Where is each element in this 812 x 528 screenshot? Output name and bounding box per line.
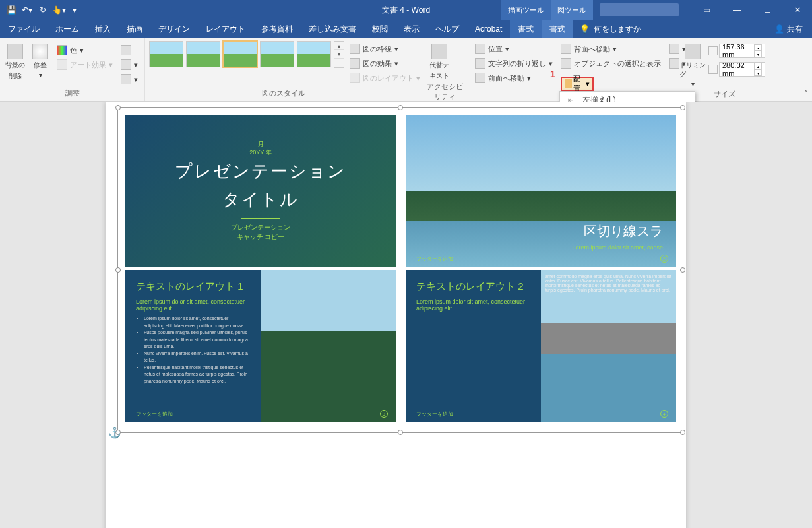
backward-label: 背面へ移動 bbox=[574, 44, 610, 54]
align-icon bbox=[565, 79, 572, 88]
forward-label: 前面へ移動 bbox=[488, 73, 524, 83]
style-thumb[interactable] bbox=[297, 41, 331, 67]
tab-home[interactable]: ホーム bbox=[47, 20, 87, 38]
slide3-b1: Lorem ipsum dolor sit amet, consectetuer… bbox=[144, 315, 250, 329]
tab-insert[interactable]: 挿入 bbox=[87, 20, 119, 38]
align-button[interactable]: 配置 ▾ bbox=[561, 77, 594, 91]
spin-up[interactable]: ▴ bbox=[754, 63, 762, 69]
slide-3: テキストのレイアウト 1 Lorem ipsum dolor sit amet,… bbox=[125, 270, 396, 422]
user-account[interactable] bbox=[600, 3, 679, 16]
drawing-tools-tab[interactable]: 描画ツール bbox=[501, 0, 551, 20]
collapse-ribbon-icon[interactable]: ˄ bbox=[804, 90, 808, 98]
slide-4: テキストのレイアウト 2 Lorem ipsum dolor sit amet,… bbox=[406, 270, 676, 422]
crop-button[interactable]: トリミング ▾ bbox=[679, 41, 706, 88]
handle-n[interactable] bbox=[398, 105, 403, 110]
gallery-more[interactable]: ▴▾⋯ bbox=[334, 41, 344, 68]
tab-help[interactable]: ヘルプ bbox=[427, 20, 467, 38]
maximize-icon[interactable]: ☐ bbox=[753, 0, 782, 20]
art-effect-icon bbox=[57, 59, 67, 70]
remove-background-button[interactable]: 背景の 削除 bbox=[4, 41, 26, 81]
corrections-label: 修整 bbox=[34, 61, 47, 70]
undo-icon[interactable]: ↶▾ bbox=[20, 3, 34, 17]
height-input[interactable]: 157.36 mm▴▾ bbox=[719, 44, 765, 58]
close-icon[interactable]: ✕ bbox=[783, 0, 812, 20]
handle-se[interactable] bbox=[680, 430, 685, 435]
slide3-footer: フッターを追加 bbox=[136, 411, 173, 418]
picture-effects-button[interactable]: 図の効果 ▾ bbox=[347, 57, 423, 70]
selection-pane-button[interactable]: オブジェクトの選択と表示 bbox=[558, 57, 664, 70]
anchor-icon: ⚓ bbox=[108, 426, 117, 436]
spin-down[interactable]: ▾ bbox=[754, 51, 762, 57]
change-picture-button[interactable]: ▾ bbox=[118, 58, 141, 71]
tab-review[interactable]: 校閲 bbox=[364, 20, 396, 38]
alt-text-button[interactable]: 代替テ キスト bbox=[426, 41, 453, 81]
selection-icon bbox=[561, 58, 571, 69]
spin-up[interactable]: ▴ bbox=[754, 44, 762, 51]
style-thumb-selected[interactable] bbox=[223, 41, 257, 67]
reset-picture-icon bbox=[121, 74, 131, 84]
tab-file[interactable]: ファイル bbox=[0, 20, 47, 38]
compress-icon bbox=[121, 45, 131, 55]
slide1-month: 月 bbox=[258, 140, 264, 148]
tab-design[interactable]: デザイン bbox=[150, 20, 198, 38]
position-icon bbox=[475, 44, 485, 54]
remove-bg-label2: 削除 bbox=[9, 71, 22, 81]
slide4-footer: フッターを追加 bbox=[416, 411, 453, 418]
save-icon[interactable]: 💾 bbox=[4, 3, 18, 17]
art-effect-label: アート効果 bbox=[70, 60, 106, 70]
ribbon-options-icon[interactable]: ▭ bbox=[692, 0, 721, 20]
handle-w[interactable] bbox=[115, 267, 121, 273]
reset-picture-button[interactable]: ▾ bbox=[118, 73, 141, 86]
tab-view[interactable]: 表示 bbox=[396, 20, 427, 38]
effects-icon bbox=[350, 58, 360, 69]
position-button[interactable]: 位置 ▾ bbox=[472, 42, 555, 55]
tab-references[interactable]: 参考資料 bbox=[253, 20, 301, 38]
slide-1: 月 20YY 年 プレゼンテーション タイトル プレゼンテーション キャッチ コ… bbox=[125, 115, 396, 267]
document-area[interactable]: ⚓ 月 20YY 年 プレゼンテーション タイトル プレゼンテーション キャッチ… bbox=[0, 102, 812, 528]
tab-mailings[interactable]: 差し込み文書 bbox=[301, 20, 364, 38]
wrap-label: 文字列の折り返し bbox=[488, 59, 546, 69]
tab-format-picture[interactable]: 書式 bbox=[542, 20, 573, 38]
spin-down[interactable]: ▾ bbox=[754, 69, 762, 76]
slide3-b3: Nunc viverra imperdiet enim. Fusce est. … bbox=[144, 350, 250, 364]
handle-e[interactable] bbox=[680, 267, 685, 273]
style-thumb[interactable] bbox=[186, 41, 220, 67]
tab-layout[interactable]: レイアウト bbox=[198, 20, 253, 38]
send-backward-button[interactable]: 背面へ移動 ▾ bbox=[558, 42, 664, 55]
corrections-button[interactable]: 修整 ▾ bbox=[29, 41, 51, 79]
slide4-body: amet commodo magna eros quis urna. Nunc … bbox=[545, 274, 672, 292]
qat-more-icon[interactable]: ▾ bbox=[67, 3, 82, 17]
tab-draw[interactable]: 描画 bbox=[119, 20, 150, 38]
handle-nw[interactable] bbox=[115, 105, 121, 110]
style-thumb[interactable] bbox=[260, 41, 294, 67]
picture-border-button[interactable]: 図の枠線 ▾ bbox=[347, 42, 423, 55]
handle-s[interactable] bbox=[398, 430, 403, 435]
tell-me-label: 何をしますか bbox=[594, 24, 641, 35]
wrap-text-button[interactable]: 文字列の折り返し ▾ bbox=[472, 57, 555, 70]
art-effect-button[interactable]: アート効果 ▾ bbox=[54, 58, 115, 71]
picture-styles-gallery[interactable]: ▴▾⋯ bbox=[149, 41, 344, 68]
bring-forward-button[interactable]: 前面へ移動 ▾ bbox=[472, 71, 555, 84]
tab-acrobat[interactable]: Acrobat bbox=[467, 20, 510, 38]
corrections-icon bbox=[32, 44, 48, 59]
slide4-title: テキストのレイアウト 2 bbox=[416, 280, 530, 293]
wrap-icon bbox=[475, 58, 485, 69]
share-button[interactable]: 👤共有 bbox=[765, 20, 812, 38]
piclayout-label: 図のレイアウト bbox=[363, 73, 414, 83]
width-input[interactable]: 280.02 mm▴▾ bbox=[719, 62, 765, 77]
tab-format-draw[interactable]: 書式 bbox=[510, 20, 542, 38]
handle-ne[interactable] bbox=[680, 105, 685, 110]
slide1-sub2: キャッチ コピー bbox=[237, 232, 285, 242]
picture-layout-button[interactable]: 図のレイアウト ▾ bbox=[347, 71, 423, 84]
picture-tools-tab[interactable]: 図ツール bbox=[551, 0, 593, 20]
slide2-footer: フッターを追加 bbox=[416, 255, 453, 263]
compress-button[interactable] bbox=[118, 44, 141, 57]
color-button[interactable]: 色 ▾ bbox=[54, 44, 115, 57]
slide1-divider bbox=[241, 218, 280, 219]
touch-mode-icon[interactable]: 👆▾ bbox=[51, 3, 66, 17]
style-thumb[interactable] bbox=[149, 41, 183, 67]
minimize-icon[interactable]: — bbox=[722, 0, 751, 20]
tell-me[interactable]: 💡何をしますか bbox=[573, 20, 648, 38]
styles-group-label: 図のスタイル bbox=[149, 87, 418, 100]
redo-icon[interactable]: ↻ bbox=[36, 3, 50, 17]
